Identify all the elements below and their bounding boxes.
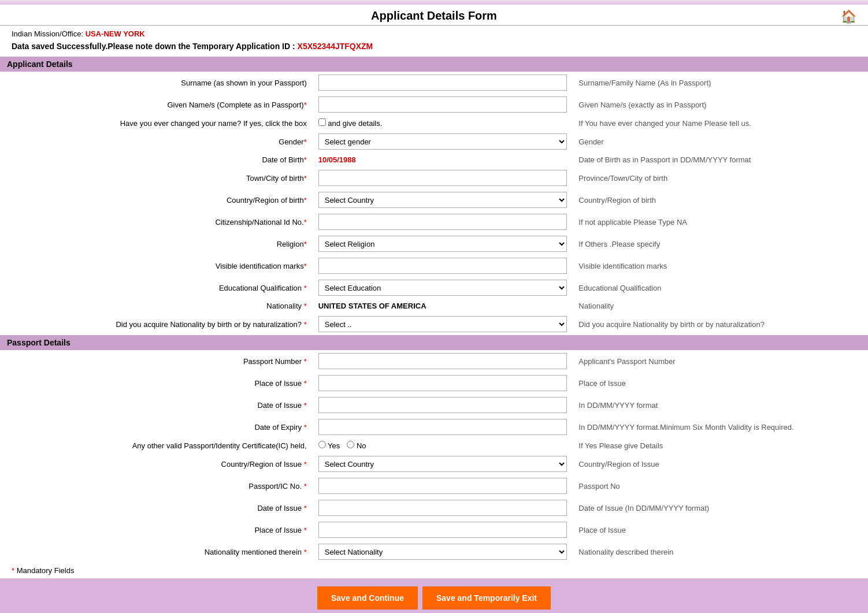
passport-ic-label: Passport/IC No. * <box>0 475 313 497</box>
citizenship-label: Citizenship/National Id No.* <box>0 211 313 233</box>
place-of-issue2-input[interactable] <box>318 522 567 538</box>
date-of-expiry-row: Date of Expiry * In DD/MM/YYYY format.Mi… <box>0 416 868 438</box>
passport-number-input[interactable] <box>318 353 567 369</box>
applicant-details-header: Applicant Details <box>0 57 868 72</box>
home-icon[interactable]: 🏠 <box>841 9 856 24</box>
nationality-acq-select[interactable]: Select .. By Birth By Naturalization <box>318 316 567 332</box>
surname-input[interactable] <box>318 75 567 91</box>
place-of-issue-row: Place of Issue * Place of Issue <box>0 372 868 394</box>
mandatory-note: * Mandatory Fields <box>0 563 868 578</box>
place-of-issue-label: Place of Issue * <box>0 372 313 394</box>
education-label: Educational Qualification * <box>0 277 313 299</box>
date-of-expiry-input[interactable] <box>318 419 567 435</box>
save-continue-button[interactable]: Save and Continue <box>317 586 418 610</box>
other-passport-radio-group: Yes No <box>318 441 567 450</box>
citizenship-row: Citizenship/National Id No.* If not appl… <box>0 211 868 233</box>
country-birth-hint: Country/Region of birth <box>573 189 868 211</box>
gender-select[interactable]: Select gender Male Female Other <box>318 133 567 150</box>
nationality-therein-select[interactable]: Select Nationality American Indian Briti… <box>318 544 567 560</box>
nationality-value: UNITED STATES OF AMERICA <box>318 302 426 310</box>
place-of-issue2-label: Place of Issue * <box>0 519 313 541</box>
other-passport-no-label[interactable]: No <box>347 441 366 450</box>
citizenship-input[interactable] <box>318 214 567 230</box>
nationality-hint: Nationality <box>573 299 868 313</box>
passport-ic-hint: Passport No <box>573 475 868 497</box>
date-of-issue2-input[interactable] <box>318 500 567 516</box>
date-of-issue-input[interactable] <box>318 397 567 413</box>
dob-hint: Date of Birth as in Passport in DD/MM/YY… <box>573 153 868 167</box>
education-row: Educational Qualification * Select Educa… <box>0 277 868 299</box>
application-id: X5X52344JTFQXZM <box>298 42 373 51</box>
education-select[interactable]: Select Education Below Matriculation Mat… <box>318 280 567 296</box>
gender-hint: Gender <box>573 131 868 153</box>
surname-label: Surname (as shown in your Passport) <box>0 72 313 94</box>
country-issue-select[interactable]: Select Country USA India UK Others <box>318 456 567 472</box>
given-name-input[interactable] <box>318 96 567 113</box>
country-issue-hint: Country/Region of Issue <box>573 453 868 475</box>
country-birth-label: Country/Region of birth* <box>0 189 313 211</box>
place-of-issue-hint: Place of Issue <box>573 372 868 394</box>
date-of-issue2-row: Date of Issue * Date of Issue (In DD/MM/… <box>0 497 868 519</box>
town-label: Town/City of birth* <box>0 167 313 189</box>
visible-marks-row: Visible identification marks* Visible id… <box>0 255 868 277</box>
town-row: Town/City of birth* Province/Town/City o… <box>0 167 868 189</box>
religion-select[interactable]: Select Religion Hindu Muslim Christian S… <box>318 236 567 252</box>
passport-number-hint: Applicant's Passport Number <box>573 350 868 372</box>
gender-row: Gender* Select gender Male Female Other … <box>0 131 868 153</box>
religion-row: Religion* Select Religion Hindu Muslim C… <box>0 233 868 255</box>
town-hint: Province/Town/City of birth <box>573 167 868 189</box>
date-of-issue2-label: Date of Issue * <box>0 497 313 519</box>
passport-details-header: Passport Details <box>0 335 868 350</box>
date-of-issue-label: Date of Issue * <box>0 394 313 416</box>
surname-row: Surname (as shown in your Passport) Surn… <box>0 72 868 94</box>
other-passport-hint: If Yes Please give Details <box>573 438 868 453</box>
nationality-therein-label: Nationality mentioned therein * <box>0 541 313 563</box>
visible-marks-input[interactable] <box>318 258 567 274</box>
passport-details-table: Passport Number * Applicant's Passport N… <box>0 350 868 563</box>
religion-hint: If Others .Please specify <box>573 233 868 255</box>
dob-value: 10/05/1988 <box>318 155 356 164</box>
footer-buttons: Save and Continue Save and Temporarily E… <box>0 578 868 613</box>
given-name-hint: Given Name/s (exactly as in Passport) <box>573 94 868 116</box>
place-of-issue-input[interactable] <box>318 375 567 391</box>
passport-ic-row: Passport/IC No. * Passport No <box>0 475 868 497</box>
page-wrapper: Applicant Details Form 🏠 Indian Mission/… <box>0 0 868 613</box>
dob-row: Date of Birth* 10/05/1988 Date of Birth … <box>0 153 868 167</box>
country-issue-row: Country/Region of Issue * Select Country… <box>0 453 868 475</box>
name-change-checkbox[interactable] <box>318 118 326 126</box>
gender-label: Gender* <box>0 131 313 153</box>
page-title: Applicant Details Form <box>23 9 845 23</box>
name-change-suffix: and give details. <box>328 119 382 128</box>
nationality-row: Nationality * UNITED STATES OF AMERICA N… <box>0 299 868 313</box>
mission-value: USA-NEW YORK <box>86 29 145 38</box>
header: Applicant Details Form 🏠 <box>0 5 868 26</box>
passport-number-row: Passport Number * Applicant's Passport N… <box>0 350 868 372</box>
other-passport-yes-label[interactable]: Yes <box>318 441 340 450</box>
other-passport-yes-radio[interactable] <box>318 441 326 448</box>
date-of-issue-row: Date of Issue * In DD/MM/YYYY format <box>0 394 868 416</box>
mission-line: Indian Mission/Office: USA-NEW YORK <box>12 29 856 38</box>
other-passport-label: Any other valid Passport/Identity Certif… <box>0 438 313 453</box>
name-change-label: Have you ever changed your name? If yes,… <box>0 116 313 131</box>
mission-label: Indian Mission/Office: <box>12 29 83 38</box>
town-input[interactable] <box>318 170 567 186</box>
education-hint: Educational Qualification <box>573 277 868 299</box>
visible-marks-label: Visible identification marks* <box>0 255 313 277</box>
mandatory-text: Mandatory Fields <box>17 566 75 575</box>
success-static: Data saved Successfully.Please note down… <box>12 42 295 51</box>
other-passport-radio-cell: Yes No <box>313 438 573 453</box>
name-change-row: Have you ever changed your name? If yes,… <box>0 116 868 131</box>
success-message: Data saved Successfully.Please note down… <box>12 42 856 51</box>
name-change-checkbox-cell: and give details. <box>313 116 573 131</box>
other-passport-no-radio[interactable] <box>347 441 354 448</box>
save-exit-button[interactable]: Save and Temporarily Exit <box>422 586 551 610</box>
citizenship-hint: If not applicable Please Type NA <box>573 211 868 233</box>
country-birth-select[interactable]: Select Country USA India UK Others <box>318 192 567 208</box>
country-birth-row: Country/Region of birth* Select Country … <box>0 189 868 211</box>
surname-hint: Surname/Family Name (As in Passport) <box>573 72 868 94</box>
passport-ic-input[interactable] <box>318 478 567 494</box>
date-of-expiry-label: Date of Expiry * <box>0 416 313 438</box>
place-of-issue2-row: Place of Issue * Place of Issue <box>0 519 868 541</box>
given-name-label: Given Name/s (Complete as in Passport)* <box>0 94 313 116</box>
place-of-issue2-hint: Place of Issue <box>573 519 868 541</box>
